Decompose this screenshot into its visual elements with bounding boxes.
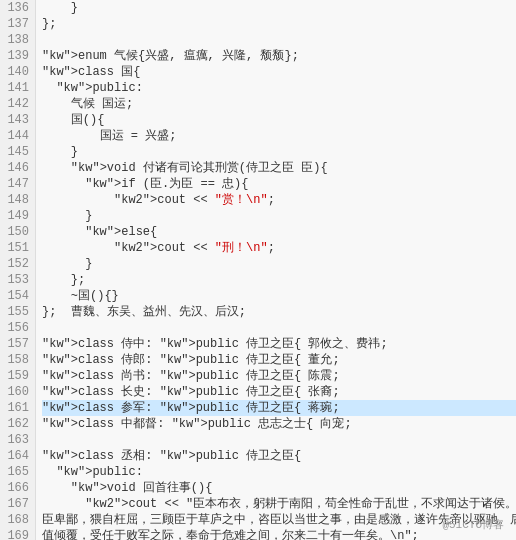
code-line: } <box>42 144 516 160</box>
code-line: "kw">if (臣.为臣 == 忠){ <box>42 176 516 192</box>
code-line: } <box>42 0 516 16</box>
code-line: 气候 国运; <box>42 96 516 112</box>
line-number: 162 <box>6 416 29 432</box>
line-number: 163 <box>6 432 29 448</box>
code-line: 国(){ <box>42 112 516 128</box>
watermark: @51CTO博客 <box>442 517 504 532</box>
line-number: 151 <box>6 240 29 256</box>
line-number: 144 <box>6 128 29 144</box>
code-line: "kw2">cout << "臣本布衣，躬耕于南阳，苟全性命于乱世，不求闻达于诸… <box>42 496 516 512</box>
line-number: 154 <box>6 288 29 304</box>
line-number: 153 <box>6 272 29 288</box>
code-line: "kw">public: <box>42 464 516 480</box>
line-number: 147 <box>6 176 29 192</box>
code-editor: 1361371381391401411421431441451461471481… <box>0 0 516 540</box>
line-number: 143 <box>6 112 29 128</box>
line-number: 152 <box>6 256 29 272</box>
code-line: "kw">class 侍中: "kw">public 侍卫之臣{ 郭攸之、费祎; <box>42 336 516 352</box>
line-number: 168 <box>6 512 29 528</box>
line-number: 156 <box>6 320 29 336</box>
line-number: 169 <box>6 528 29 540</box>
line-number: 164 <box>6 448 29 464</box>
line-numbers: 1361371381391401411421431441451461471481… <box>0 0 36 540</box>
code-line: "kw2">cout << "赏！\n"; <box>42 192 516 208</box>
code-line <box>42 432 516 448</box>
code-line: "kw">void 付诸有司论其刑赏(侍卫之臣 臣){ <box>42 160 516 176</box>
line-number: 148 <box>6 192 29 208</box>
code-line: "kw2">cout << "刑！\n"; <box>42 240 516 256</box>
line-number: 160 <box>6 384 29 400</box>
code-line: "kw">else{ <box>42 224 516 240</box>
line-number: 146 <box>6 160 29 176</box>
line-number: 165 <box>6 464 29 480</box>
code-content: }}; "kw">enum 气候{兴盛, 瘟癘, 兴隆, 颓颓};"kw">cl… <box>36 0 516 540</box>
code-line: }; <box>42 16 516 32</box>
code-line: }; <box>42 272 516 288</box>
code-line <box>42 32 516 48</box>
code-line: "kw">void 回首往事(){ <box>42 480 516 496</box>
line-number: 157 <box>6 336 29 352</box>
line-number: 166 <box>6 480 29 496</box>
line-number: 138 <box>6 32 29 48</box>
code-line: } <box>42 256 516 272</box>
line-number: 145 <box>6 144 29 160</box>
code-line: "kw">enum 气候{兴盛, 瘟癘, 兴隆, 颓颓}; <box>42 48 516 64</box>
line-number: 140 <box>6 64 29 80</box>
line-number: 139 <box>6 48 29 64</box>
line-number: 161 <box>6 400 29 416</box>
code-line: 国运 = 兴盛; <box>42 128 516 144</box>
line-number: 159 <box>6 368 29 384</box>
line-number: 137 <box>6 16 29 32</box>
line-number: 155 <box>6 304 29 320</box>
line-number: 150 <box>6 224 29 240</box>
line-number: 149 <box>6 208 29 224</box>
code-line: "kw">class 丞相: "kw">public 侍卫之臣{ <box>42 448 516 464</box>
code-line: "kw">class 尚书: "kw">public 侍卫之臣{ 陈震; <box>42 368 516 384</box>
code-line: ~国(){} <box>42 288 516 304</box>
code-line: } <box>42 208 516 224</box>
code-line: "kw">class 中都督: "kw">public 忠志之士{ 向宠; <box>42 416 516 432</box>
code-line: "kw">class 侍郎: "kw">public 侍卫之臣{ 董允; <box>42 352 516 368</box>
line-number: 142 <box>6 96 29 112</box>
code-line: }; 曹魏、东吴、益州、先汉、后汉; <box>42 304 516 320</box>
code-line <box>42 320 516 336</box>
code-line: "kw">public: <box>42 80 516 96</box>
code-line: "kw">class 长史: "kw">public 侍卫之臣{ 张裔; <box>42 384 516 400</box>
line-number: 136 <box>6 0 29 16</box>
line-number: 167 <box>6 496 29 512</box>
code-line: "kw">class 国{ <box>42 64 516 80</box>
line-number: 158 <box>6 352 29 368</box>
code-line: "kw">class 参军: "kw">public 侍卫之臣{ 蒋琬; <box>42 400 516 416</box>
line-number: 141 <box>6 80 29 96</box>
